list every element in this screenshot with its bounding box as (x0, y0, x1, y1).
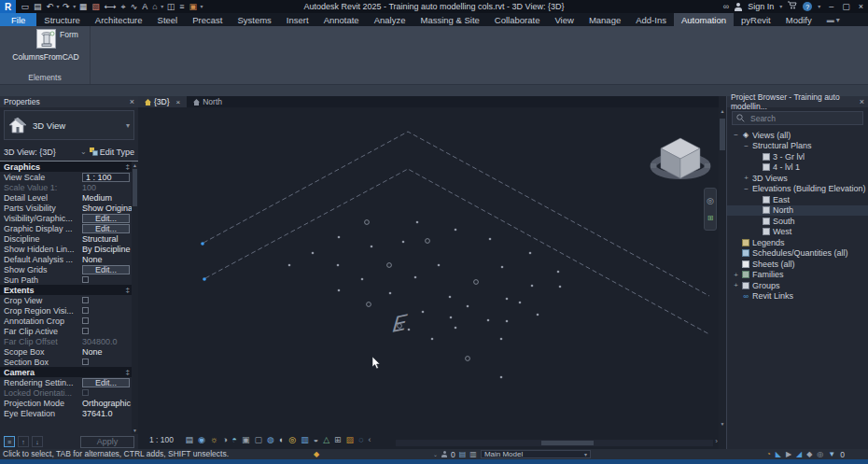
column-element[interactable] (367, 302, 371, 307)
scroll-up-icon[interactable]: ▲ (133, 162, 137, 169)
tab-systems[interactable]: Systems (230, 13, 278, 26)
properties-scrollbar[interactable]: ▲ ▼ (132, 162, 138, 434)
tree-item-revit-links[interactable]: ∞Revit Links (727, 291, 868, 302)
close-button[interactable]: × (859, 2, 863, 11)
view-tab-3d[interactable]: {3D}× (138, 96, 187, 107)
viewcube[interactable] (651, 138, 710, 178)
save-icon[interactable]: ▤ (34, 0, 42, 13)
analytical-model-icon[interactable]: △ (323, 433, 329, 446)
tab-insert[interactable]: Insert (279, 13, 316, 26)
column-element[interactable] (365, 220, 370, 225)
column-element[interactable] (288, 264, 291, 267)
scroll-thumb[interactable] (133, 169, 137, 206)
tree-item-east[interactable]: East (727, 194, 868, 205)
column-element[interactable] (500, 376, 503, 379)
undo-icon[interactable]: ↶ (47, 0, 54, 13)
tree-item-views-all[interactable]: −◈Views (all) (727, 130, 868, 141)
level-line-inner[interactable] (205, 169, 709, 334)
edit-type-button[interactable]: Edit Type (90, 148, 134, 157)
property-checkbox[interactable] (82, 297, 89, 303)
worksharing-display-toggle-icon[interactable]: ◔ (766, 449, 771, 459)
tree-item-structural-plans[interactable]: −Structural Plans (727, 141, 868, 152)
property-value[interactable]: None (82, 255, 103, 264)
worksharing-users-icon[interactable] (441, 451, 447, 457)
column-element[interactable] (426, 239, 430, 244)
modify-icon[interactable]: ▧ (91, 0, 100, 13)
property-checkbox[interactable] (82, 317, 89, 324)
tab-pyrevit[interactable]: pyRevit (734, 13, 778, 26)
tree-item-elevations-building-elevation[interactable]: −Elevations (Building Elevation) (727, 184, 868, 195)
section-pin-icon[interactable]: ‡ (126, 162, 130, 171)
sign-in-button[interactable]: Sign In (748, 2, 774, 11)
default-3d-view-icon[interactable]: ⌂ (152, 0, 157, 13)
filter-icon[interactable]: ▼ (828, 449, 835, 459)
column-element[interactable] (529, 252, 532, 255)
reveal-constraints-icon[interactable]: ⊞ (334, 433, 342, 446)
model-line-icon[interactable]: ∿ (131, 0, 138, 13)
select-underlay-icon[interactable]: ◆ (806, 449, 812, 459)
column-element[interactable] (408, 329, 411, 331)
column-markers[interactable] (288, 220, 562, 379)
form-button[interactable]: Form (60, 30, 78, 39)
property-value[interactable]: Orthographic (82, 399, 131, 408)
column-element[interactable] (537, 314, 539, 316)
view-tab-close-icon[interactable]: × (176, 98, 181, 106)
tab-modify[interactable]: Modify (778, 13, 819, 26)
property-checkbox[interactable] (82, 328, 89, 334)
navigation-bar[interactable]: ◎ ⊞ (704, 188, 717, 231)
column-element[interactable] (455, 327, 457, 330)
column-element[interactable] (371, 246, 373, 248)
show-crop-region-icon[interactable]: ▢ (255, 433, 263, 446)
tree-expand-icon[interactable]: + (733, 271, 739, 279)
ui-caret-icon[interactable]: ▾ (200, 0, 203, 13)
horizontal-scrollbar[interactable]: › (396, 440, 713, 446)
column-element[interactable] (422, 311, 425, 314)
sign-in-caret-icon[interactable]: ▾ (779, 0, 782, 13)
browser-search-box[interactable] (732, 111, 863, 125)
column-element[interactable] (312, 252, 315, 255)
tab-automation[interactable]: Automation (674, 13, 734, 26)
select-pinned-icon[interactable]: ◎ (817, 449, 823, 459)
property-value[interactable]: Show Original (82, 204, 134, 213)
column-element[interactable] (531, 285, 534, 288)
vscroll-thumb[interactable] (720, 119, 725, 150)
tree-item-groups[interactable]: +Groups (727, 280, 868, 291)
column-element[interactable] (416, 221, 419, 224)
design-option-select[interactable]: Main Model ▾ (481, 450, 591, 458)
detail-level-icon[interactable]: ▤ (186, 433, 194, 446)
rendering-dialog-icon[interactable]: ◓ (232, 433, 237, 446)
column-element[interactable] (501, 266, 504, 269)
property-value[interactable]: 37641.0 (82, 409, 113, 418)
redo-caret-icon[interactable]: ▾ (73, 0, 76, 13)
associate-params-icon[interactable]: ≡ (4, 436, 15, 447)
drawing-canvas[interactable]: E ◎ ⊞ (138, 107, 719, 429)
instance-label[interactable]: 3D View: {3D} (4, 148, 56, 157)
hscroll-right-icon[interactable]: › (715, 437, 718, 445)
line-endpoint-handle[interactable] (203, 277, 206, 281)
property-value[interactable]: By Discipline (82, 245, 131, 254)
properties-close-icon[interactable]: × (130, 97, 134, 106)
view-scale-button[interactable]: 1 : 100 (149, 435, 174, 444)
open-icon[interactable]: ▭ (21, 0, 30, 13)
column-element[interactable] (337, 264, 340, 267)
worksharing-display-icon[interactable]: ▥ (301, 433, 309, 446)
hscroll-thumb[interactable] (541, 441, 594, 445)
column-element[interactable] (402, 241, 405, 244)
property-input[interactable]: 1 : 100 (82, 173, 130, 182)
thin-lines-icon[interactable]: ≡ (179, 0, 184, 13)
property-edit-button[interactable]: Edit... (82, 214, 130, 223)
text-icon[interactable]: A (142, 0, 147, 13)
zoom-tool-icon[interactable]: ⊞ (707, 214, 714, 222)
tab-architecture[interactable]: Architecture (88, 13, 150, 26)
search-icon[interactable]: ∞ (723, 0, 729, 13)
tab-steel[interactable]: Steel (150, 13, 186, 26)
line-endpoint-handle[interactable] (201, 242, 204, 246)
type-selector[interactable]: 3D View ▾ (0, 107, 138, 143)
print-icon[interactable]: ▦ (79, 0, 88, 13)
aligned-dimension-icon[interactable]: ⌖ (121, 0, 126, 13)
column-element[interactable] (500, 338, 503, 341)
vscroll-up-icon[interactable]: ▲ (719, 108, 726, 114)
column-element[interactable] (338, 289, 341, 292)
tree-item-west[interactable]: West (727, 227, 868, 238)
tab-manage[interactable]: Manage (581, 13, 628, 26)
